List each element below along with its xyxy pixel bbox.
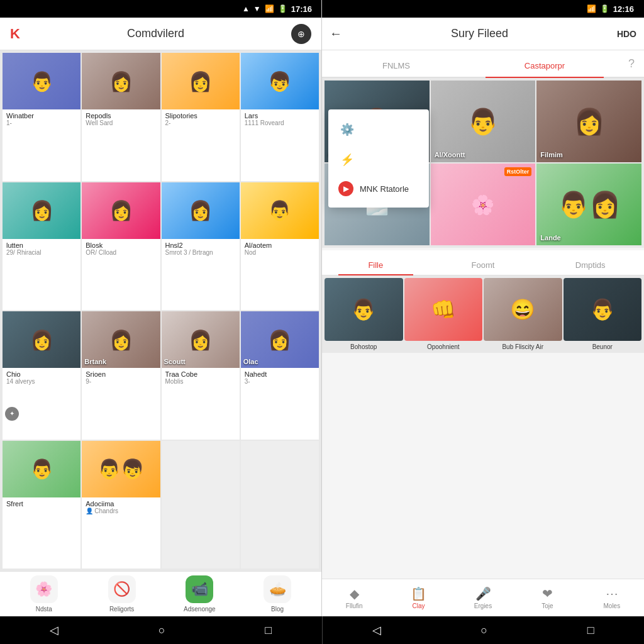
contact-detail: 1-: [6, 119, 77, 126]
popup-item-mnk[interactable]: ▶ MNK Rtatorle: [328, 175, 429, 203]
nav-label-clay: Clay: [413, 602, 425, 609]
cast-photo: 👩: [536, 80, 641, 162]
nav-item-clay[interactable]: 📋 Clay: [386, 586, 450, 609]
header-menu-button[interactable]: ⊕: [291, 24, 311, 44]
contact-photo: 👩 Scoutt: [162, 311, 240, 368]
contact-detail: 3-: [245, 378, 315, 385]
app-item-religorts[interactable]: 🚫 Religorts: [83, 575, 161, 613]
contact-card[interactable]: 👨👦 Adociima 👤 Chandrs: [82, 441, 160, 569]
back-nav-button[interactable]: ◁: [50, 623, 58, 637]
contact-photo: 👩: [162, 182, 240, 239]
contact-name: Al/aotem: [245, 242, 315, 249]
contact-card[interactable]: 👩 Hnsl2 Smrot 3 / Brtragn: [162, 182, 240, 311]
actor-card[interactable]: 👨 Bohostop: [325, 278, 403, 350]
right-header-action[interactable]: HDO: [617, 29, 636, 39]
contact-detail: 1111 Roveard: [245, 119, 315, 126]
blog-label: Blog: [271, 606, 284, 613]
contact-name: Blosk: [86, 242, 156, 249]
help-icon[interactable]: ?: [619, 57, 644, 77]
app-item-ndsta[interactable]: 🌸 Ndsta: [5, 575, 83, 613]
right-home-nav-button[interactable]: ○: [480, 624, 487, 637]
contact-card[interactable]: 👩 Scoutt Traa Cobe Moblis: [162, 311, 240, 440]
recent-nav-button[interactable]: □: [265, 624, 272, 637]
contact-name: Nahedt: [245, 370, 315, 378]
contact-card[interactable]: 👨 Al/aotem Nod: [241, 182, 319, 311]
nav-item-toje[interactable]: ❤ Toje: [515, 586, 579, 609]
cast-section: 👨 Coloerm 👨 Al/Xoontt 👩 Filmim 🌫️ 🌸 RstO…: [322, 78, 644, 248]
popup-item-2[interactable]: ⚡: [328, 145, 429, 175]
contact-photo: 👩 Olac: [241, 311, 319, 368]
app-item-adsenonge[interactable]: 📹 Adsenonge: [161, 575, 239, 613]
home-nav-button[interactable]: ○: [158, 624, 165, 637]
contact-card[interactable]: 👩 Blosk OR/ Clload: [82, 182, 160, 311]
left-screen: ▲ ▼ 📶 🔋 17:16 K Comdvilerd ⊕ 👨 Winatber: [0, 0, 322, 616]
cast-name: Lande: [540, 234, 560, 242]
tab-fnlms[interactable]: FNLMS: [322, 61, 470, 77]
actor-card[interactable]: 😄 Bub Fliscity Air: [484, 278, 562, 350]
nav-item-fllufin[interactable]: ◆ Fllufin: [322, 586, 386, 609]
contact-detail: 14 alverys: [6, 378, 77, 385]
contact-card[interactable]: 👩 Slipotories 2-: [162, 53, 240, 181]
contact-card[interactable]: 👨 Winatber 1-: [3, 53, 80, 181]
contact-photo: 👩: [82, 53, 160, 109]
cast-card[interactable]: 🌸 RstOlter: [431, 164, 536, 245]
adsenonge-app-icon: 📹: [186, 575, 213, 603]
contact-card[interactable]: 👦 Lars 1111 Roveard: [241, 53, 319, 181]
right-header: ← Sury Fileed HDO: [322, 18, 644, 50]
contact-name: Repodls: [86, 112, 156, 119]
play-icon: ▶: [338, 181, 353, 196]
ndsta-app-icon: 🌸: [30, 575, 58, 603]
app-item-blog[interactable]: 🥧 Blog: [238, 575, 316, 613]
contact-detail: 29/ Rhiracial: [6, 249, 77, 256]
popup-label: MNK Rtatorle: [360, 184, 409, 194]
actor-name: Opoohnient: [426, 343, 461, 350]
nav-item-ergies[interactable]: 🎤 Ergies: [451, 586, 515, 609]
filter-tab-dmptids[interactable]: Dmptids: [536, 260, 644, 275]
actor-card[interactable]: 👊 Opoohnient: [404, 278, 483, 350]
contact-card[interactable]: 👩 Olac Nahedt 3-: [241, 311, 319, 440]
right-header-title: Sury Fileed: [347, 27, 612, 40]
heart-icon: ❤: [542, 586, 553, 601]
actor-name: Beunor: [591, 343, 614, 350]
tab-castaporpr[interactable]: Castaporpr: [470, 61, 619, 77]
filter-tab-fille[interactable]: Fille: [322, 260, 430, 275]
contact-card[interactable]: 👩 ✦ Chio 14 alverys: [3, 311, 80, 440]
contact-photo: 👩: [3, 311, 80, 368]
right-back-nav-button[interactable]: ◁: [372, 623, 381, 637]
left-status-bar: ▲ ▼ 📶 🔋 17:16: [0, 0, 322, 18]
contact-name: Chio: [6, 370, 77, 378]
contact-photo: 👦: [241, 53, 319, 109]
contact-card[interactable]: 👩 Brtank Srioen 9-: [82, 311, 160, 440]
cast-card[interactable]: 👩 Filmim: [536, 80, 641, 162]
cast-badge: RstOlter: [504, 167, 532, 176]
left-signal-icon: 📶: [265, 4, 274, 13]
right-recent-nav-button[interactable]: □: [587, 624, 594, 637]
nav-item-moles[interactable]: ⋯ Moles: [580, 586, 644, 609]
popup-item-1[interactable]: ⚙️: [328, 114, 429, 145]
blog-app-icon: 🥧: [264, 575, 291, 603]
left-wifi-icon: ▼: [253, 4, 261, 13]
contact-detail: 👤 Chandrs: [86, 508, 156, 514]
contact-card-empty: [162, 441, 240, 569]
back-button[interactable]: ←: [330, 26, 342, 41]
contact-info: Winatber 1-: [3, 109, 80, 129]
cast-photo: 👨👩: [536, 164, 641, 245]
content-spacer: [322, 353, 644, 579]
contact-card[interactable]: 👨 Sfrert: [3, 441, 80, 569]
contact-card[interactable]: 👩 lutten 29/ Rhiracial: [3, 182, 80, 311]
contact-card[interactable]: 👩 Repodls Well Sard: [82, 53, 160, 181]
nav-label-ergies: Ergies: [474, 602, 492, 609]
actor-photo: 👨: [325, 278, 403, 341]
cast-card[interactable]: 👨👩 Lande: [536, 164, 641, 245]
actor-photo: 😄: [484, 278, 562, 341]
adsenonge-label: Adsenonge: [184, 606, 216, 613]
filter-tab-foomt[interactable]: Foomt: [430, 260, 537, 275]
cast-card[interactable]: 👨 Al/Xoontt: [431, 80, 536, 162]
contact-photo: 👩: [3, 182, 80, 239]
actor-card[interactable]: 👨 Beunor: [564, 278, 642, 350]
android-nav-bar: ◁ ○ □ ◁ ○ □: [0, 616, 644, 644]
diamond-icon: ◆: [350, 586, 359, 601]
left-header-title: Comdvilerd: [20, 27, 291, 40]
left-battery-icon: 🔋: [278, 4, 287, 13]
contact-name: Traa Cobe: [165, 370, 236, 378]
